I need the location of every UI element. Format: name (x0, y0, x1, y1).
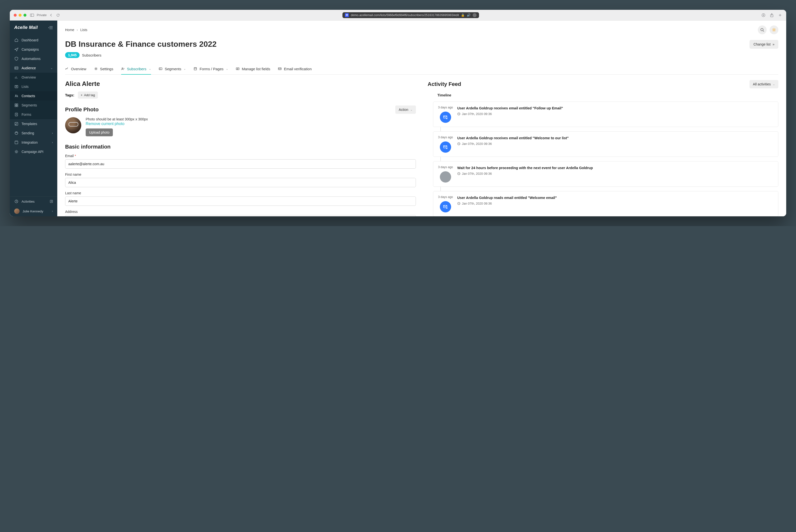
first-name-field[interactable] (65, 178, 416, 187)
tab-overview[interactable]: Overview (65, 64, 87, 74)
email-field[interactable] (65, 159, 416, 169)
chevron-down-icon: ⌄ (184, 67, 186, 71)
event-card[interactable]: 3 days agoUser Ardella Goldrup reads ema… (433, 191, 778, 216)
profile-photo-heading: Profile Photo (65, 107, 99, 113)
svg-rect-23 (159, 68, 162, 70)
toolbar-right (761, 13, 782, 17)
theme-toggle-button[interactable] (770, 25, 778, 34)
brand-logo[interactable]: Acelle Mail (14, 25, 38, 30)
chevron-down-icon: ⌄ (51, 66, 53, 70)
timeline-event: 3 days agoUser Ardella Goldrup receives … (437, 131, 778, 157)
reload-icon[interactable] (56, 13, 60, 17)
event-time: Jan 07th, 2020 09:36 (457, 112, 774, 116)
upload-photo-button[interactable]: Upload photo (86, 129, 113, 136)
chevron-down-icon: ⌄ (773, 83, 775, 86)
mail-sent-icon (440, 141, 451, 153)
minimize-window-button[interactable] (19, 14, 21, 17)
nav-audience[interactable]: Audience⌄ (10, 63, 57, 73)
nav-audience-overview[interactable]: Overview (10, 73, 57, 82)
shield-icon (14, 57, 19, 61)
clock-icon (14, 199, 19, 204)
subscriber-name: Alica Alerte (65, 80, 416, 88)
nav-campaigns[interactable]: Campaigns (10, 45, 57, 54)
zoom-window-button[interactable] (23, 14, 26, 17)
fields-icon (236, 67, 240, 71)
event-ago: 3 days ago (438, 106, 453, 109)
svg-rect-29 (443, 146, 447, 148)
event-card[interactable]: 3 days agoUser Ardella Goldrup receives … (433, 131, 778, 157)
nav-activities[interactable]: Activities (10, 197, 57, 206)
add-tag-button[interactable]: +Add tag (78, 92, 98, 99)
nav-dashboard[interactable]: Dashboard (10, 36, 57, 45)
address-field[interactable] (65, 215, 416, 216)
sidebar: Acelle Mail Dashboard Campaigns Automati… (10, 21, 57, 216)
nav-templates[interactable]: Templates (10, 119, 57, 129)
segments-icon (14, 103, 19, 108)
tab-subscribers[interactable]: Subscribers⌄ (121, 64, 151, 74)
chevron-down-icon: ⌄ (410, 108, 413, 111)
change-list-button[interactable]: Change list» (750, 40, 778, 49)
new-tab-icon[interactable] (778, 13, 782, 17)
activity-feed-heading: Activity Feed (428, 81, 461, 87)
profile-avatar (65, 117, 81, 133)
sidebar-icon[interactable] (30, 13, 34, 17)
external-icon (50, 200, 53, 203)
url-text: demo.acellemail.com/lists/5966ef9d994f6/… (351, 14, 459, 17)
nav-automations[interactable]: Automations (10, 54, 57, 63)
nav-audience-contacts[interactable]: Contacts (10, 91, 57, 100)
breadcrumb: Home › Lists (65, 28, 88, 32)
breadcrumb-home[interactable]: Home (65, 28, 74, 32)
contacts-icon (14, 94, 19, 98)
extension-badge[interactable] (473, 13, 477, 17)
toolbar-left: Private (30, 13, 60, 17)
close-window-button[interactable] (14, 14, 17, 17)
nav-audience-segments[interactable]: Segments (10, 100, 57, 110)
nav-integration[interactable]: Integration› (10, 138, 57, 147)
event-time: Jan 07th, 2020 09:36 (457, 202, 774, 205)
address-bar[interactable]: M demo.acellemail.com/lists/5966ef9d994f… (342, 12, 479, 18)
home-icon (14, 38, 19, 42)
svg-rect-8 (15, 104, 16, 105)
nav-audience-lists[interactable]: Lists (10, 82, 57, 91)
activity-filter-button[interactable]: All activities⌄ (750, 80, 778, 88)
right-column: Activity Feed All activities⌄ Timeline 3… (428, 80, 778, 216)
search-button[interactable] (758, 25, 766, 34)
breadcrumb-separator: › (77, 28, 78, 32)
event-card[interactable]: 3 days agoWait for 24 hours before proce… (433, 161, 778, 187)
last-name-field[interactable] (65, 196, 416, 206)
chevron-right-icon: › (52, 131, 53, 135)
event-ago: 3 days ago (438, 136, 453, 139)
collapse-sidebar-icon[interactable] (49, 26, 53, 29)
lock-icon: 🔒 (461, 13, 465, 17)
tab-email-verification[interactable]: Email verification (278, 64, 311, 74)
speaker-icon[interactable]: 🔊 (467, 13, 471, 17)
timeline-event: 3 days agoUser Ardella Goldrup reads ema… (437, 191, 778, 216)
timeline-label: Timeline (437, 93, 778, 97)
breadcrumb-lists[interactable]: Lists (80, 28, 88, 32)
spark-icon (65, 67, 69, 71)
api-icon (14, 150, 19, 154)
nav-campaign-api[interactable]: Campaign API (10, 147, 57, 156)
svg-rect-10 (15, 106, 16, 107)
remove-photo-link[interactable]: Remove current photo (86, 121, 148, 126)
nav-sending[interactable]: Sending› (10, 129, 57, 138)
event-card[interactable]: 3 days agoUser Ardella Goldrup receives … (433, 101, 778, 127)
share-icon[interactable] (770, 13, 774, 17)
back-icon[interactable] (49, 13, 53, 17)
nav-user[interactable]: Jolie Kennedy› (10, 206, 57, 216)
titlebar: Private M demo.acellemail.com/lists/5966… (10, 10, 786, 21)
tab-manage-fields[interactable]: Manage list fields (236, 64, 270, 74)
svg-point-14 (15, 132, 18, 135)
mail-sent-icon (440, 201, 451, 212)
tab-segments[interactable]: Segments⌄ (159, 64, 186, 74)
tab-forms-pages[interactable]: Forms / Pages⌄ (194, 64, 228, 74)
downloads-icon[interactable] (761, 13, 766, 17)
chart-icon (14, 75, 19, 79)
nav-2: Templates Sending› Integration› Campaign… (10, 119, 57, 156)
photo-action-button[interactable]: Action⌄ (395, 106, 416, 114)
nav-audience-forms[interactable]: Forms (10, 110, 57, 119)
svg-rect-27 (443, 116, 447, 118)
svg-rect-9 (17, 104, 18, 105)
tab-settings[interactable]: Settings (94, 64, 113, 74)
svg-rect-15 (15, 141, 18, 144)
